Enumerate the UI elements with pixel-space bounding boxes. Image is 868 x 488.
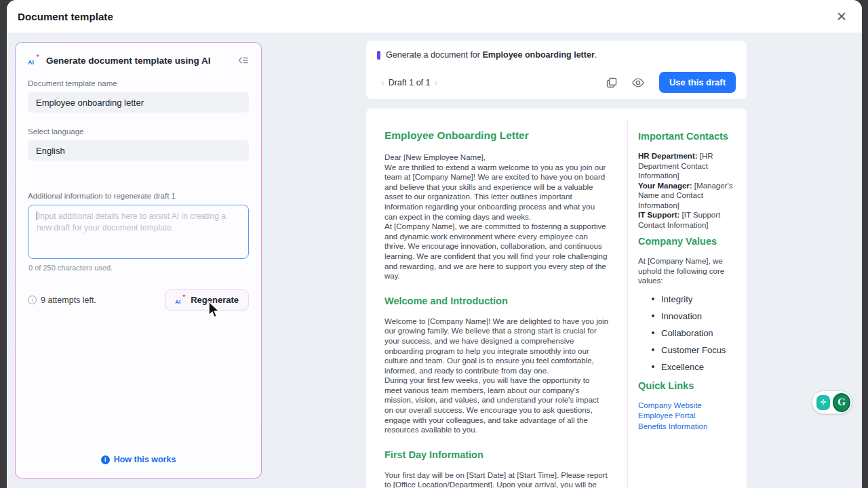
document-preview: Employee Onboarding Letter Dear [New Emp… [366, 108, 747, 488]
draft-counter: Draft 1 of 1 [389, 78, 431, 87]
close-icon[interactable]: ✕ [836, 10, 847, 23]
list-item: Customer Focus [652, 345, 738, 355]
contact-line: IT Support: [IT Support Contact Informat… [638, 210, 738, 230]
ai-sparkle-icon: AI✦ [28, 55, 40, 66]
values-heading: Company Values [638, 235, 738, 249]
paragraph: Welcome to [Company Name]! We are deligh… [384, 317, 609, 376]
additional-info-textarea[interactable]: Input additional details here to assist … [28, 205, 249, 259]
how-this-works-link[interactable]: i How this works [101, 455, 176, 464]
template-name-input[interactable]: Employee onboarding letter [28, 92, 249, 113]
prompt-row: Generate a document for Employee onboard… [377, 50, 736, 60]
how-this-works-label: How this works [114, 455, 176, 464]
ai-sparkle-icon: AI✦ [175, 296, 186, 305]
document-template-modal: Document template ✕ AI✦ Generate documen… [7, 0, 862, 488]
section-heading: First Day Information [384, 449, 609, 460]
character-counter: 0 of 250 characters used. [28, 264, 249, 272]
grammarly-widget[interactable]: ✛ G [812, 390, 852, 414]
collapse-panel-icon[interactable] [238, 56, 249, 65]
modal-title: Document template [18, 11, 113, 22]
prompt-text: Generate a document for Employee onboard… [386, 50, 597, 60]
paragraph: During your first few weeks, you will ha… [384, 375, 609, 435]
language-label: Select language [28, 127, 249, 136]
ai-generation-panel: AI✦ Generate document template using AI … [15, 42, 262, 479]
mouse-cursor [205, 300, 220, 321]
document-title: Employee Onboarding Letter [384, 129, 609, 142]
copy-icon[interactable] [606, 77, 617, 88]
list-item: Integrity [652, 294, 738, 304]
quick-link[interactable]: Company Website [638, 401, 738, 411]
contact-line: HR Department: [HR Department Contact In… [638, 151, 738, 181]
template-name-label: Document template name [28, 79, 249, 87]
info-icon: i [101, 455, 110, 464]
values-list: Integrity Innovation Collaboration Custo… [652, 294, 738, 372]
draft-toolbar: Generate a document for Employee onboard… [366, 41, 747, 99]
previous-draft-icon[interactable]: ‹ [377, 77, 389, 88]
prompt-quote-icon [377, 51, 380, 60]
modal-header: Document template ✕ [7, 0, 862, 33]
modal-body: AI✦ Generate document template using AI … [7, 33, 862, 488]
suggestion-bulb-icon: ✛ [816, 395, 830, 410]
info-icon: i [28, 296, 37, 304]
next-draft-icon[interactable]: › [431, 77, 442, 88]
paragraph: At [Company Name], we are committed to f… [384, 222, 609, 281]
contacts-heading: Important Contacts [638, 129, 738, 144]
list-item: Excellence [652, 362, 738, 372]
contact-line: Your Manager: [Manager's Name and Contac… [638, 181, 738, 211]
quick-link[interactable]: Employee Portal [638, 411, 738, 421]
paragraph: We are thrilled to extend a warm welcome… [384, 163, 609, 222]
additional-info-label: Additional information to regenerate dra… [28, 192, 249, 200]
additional-info-placeholder: Input additional details here to assist … [37, 211, 226, 232]
grammarly-g-icon: G [833, 393, 850, 412]
paragraph: Your first day will be on [Start Date] a… [384, 470, 609, 488]
values-intro: At [Company Name], we uphold the followi… [638, 256, 738, 286]
attempts-text: 9 attempts left. [41, 296, 96, 305]
ai-panel-title: Generate document template using AI [46, 56, 232, 66]
use-this-draft-button[interactable]: Use this draft [659, 72, 736, 93]
preview-eye-icon[interactable] [632, 78, 644, 87]
section-heading: Welcome and Introduction [384, 296, 609, 306]
links-heading: Quick Links [638, 379, 738, 393]
attempts-left: i 9 attempts left. [28, 296, 96, 305]
list-item: Innovation [652, 311, 738, 321]
salutation: Dear [New Employee Name], [384, 152, 609, 163]
quick-links: Company Website Employee Portal Benefits… [638, 401, 738, 432]
list-item: Collaboration [652, 328, 738, 338]
document-side-column: Important Contacts HR Department: [HR De… [628, 108, 747, 488]
text-caret [37, 211, 37, 220]
quick-link[interactable]: Benefits Information [638, 422, 738, 432]
language-select[interactable]: English [28, 140, 249, 161]
document-main-column: Employee Onboarding Letter Dear [New Emp… [366, 108, 627, 488]
